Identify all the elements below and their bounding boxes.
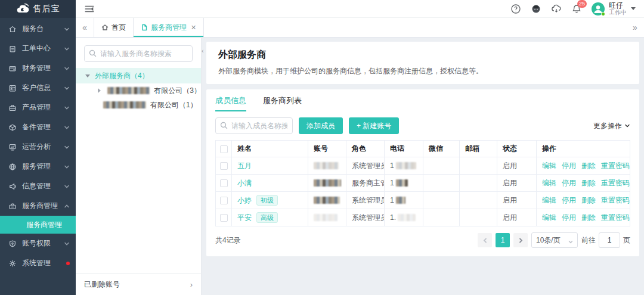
add-member-button[interactable]: 添加成员 bbox=[299, 117, 343, 134]
reset-password-link[interactable]: 重置密码 bbox=[601, 196, 630, 204]
tabbar-spacer bbox=[204, 18, 626, 37]
collapse-sidebar-icon[interactable] bbox=[84, 4, 95, 14]
disable-link[interactable]: 停用 bbox=[562, 196, 576, 204]
edit-link[interactable]: 编辑 bbox=[542, 213, 556, 222]
page-tabbar: « 首页 服务商管理 ✕ » bbox=[76, 18, 644, 38]
support-agent-icon[interactable] bbox=[531, 4, 541, 14]
sidebar-item-service-desk[interactable]: 服务台 bbox=[0, 19, 76, 39]
sidebar-item-customer[interactable]: 客户信息 bbox=[0, 78, 76, 98]
total-records: 共4记录 bbox=[215, 235, 241, 246]
sidebar-item-work-order[interactable]: 工单中心 bbox=[0, 39, 76, 58]
deleted-accounts-bar[interactable]: 已删除账号 › bbox=[76, 274, 201, 295]
tree-node-external-providers[interactable]: 外部服务商（4） bbox=[76, 68, 201, 83]
reset-password-link[interactable]: 重置密码 bbox=[601, 162, 630, 170]
level-tag: 初级 bbox=[256, 195, 278, 206]
pagination: 1 10条/页 前往 页 bbox=[478, 232, 630, 248]
system-gear-icon bbox=[8, 259, 17, 268]
scroll-tabs-left-icon[interactable]: « bbox=[76, 18, 94, 37]
chevron-down-icon bbox=[64, 144, 70, 150]
table-row: 小满 服务商主管 1 启用 编辑停用删除重置密码 bbox=[216, 175, 630, 192]
sidebar-item-product[interactable]: 产品管理 bbox=[0, 98, 76, 117]
member-name-link[interactable]: 小婷 bbox=[237, 196, 252, 204]
cloud-sync-icon[interactable] bbox=[551, 4, 562, 14]
reset-password-link[interactable]: 重置密码 bbox=[601, 213, 630, 222]
analytics-icon bbox=[8, 143, 17, 151]
sidebar-item-system[interactable]: 系统管理 bbox=[0, 253, 76, 273]
edit-link[interactable]: 编辑 bbox=[542, 162, 556, 170]
chevron-down-icon bbox=[64, 66, 70, 72]
sidebar-item-message[interactable]: 信息管理 bbox=[0, 176, 76, 196]
finance-icon bbox=[8, 64, 17, 73]
user-menu[interactable]: 旺仔 工作中 bbox=[592, 2, 636, 15]
expand-caret-icon[interactable] bbox=[85, 74, 90, 80]
new-account-button[interactable]: + 新建账号 bbox=[349, 117, 399, 134]
row-checkbox[interactable] bbox=[220, 162, 228, 170]
chevron-right-icon bbox=[518, 238, 524, 243]
provider-search-input[interactable] bbox=[84, 45, 193, 62]
disable-link[interactable]: 停用 bbox=[562, 162, 576, 170]
permission-shield-icon bbox=[8, 240, 17, 248]
more-operations-dropdown[interactable]: 更多操作 bbox=[593, 121, 630, 131]
member-search bbox=[215, 117, 293, 134]
sidebar-item-permission[interactable]: 账号权限 bbox=[0, 234, 76, 253]
delete-link[interactable]: 删除 bbox=[581, 196, 596, 204]
service-icon bbox=[8, 163, 17, 171]
chevron-left-icon bbox=[482, 238, 488, 243]
online-status-dot bbox=[601, 12, 605, 16]
tree-node-company-2[interactable]: 有限公司（1） bbox=[76, 98, 201, 112]
sidebar-subitem-provider-mgmt-active[interactable]: 服务商管理 bbox=[0, 216, 76, 234]
home-icon bbox=[8, 25, 17, 33]
collapse-caret-icon[interactable] bbox=[98, 88, 103, 93]
provider-tree-panel: 外部服务商（4） 有限公司（3） 有限公司（1） 已删除账号 › bbox=[76, 38, 202, 295]
main-content: ‹ 外部服务商 外部服务商模块，用于维护公司的服务商信息，包括服务商注册信息，授… bbox=[202, 38, 644, 295]
sidebar-item-service-mgmt[interactable]: 服务管理 bbox=[0, 157, 76, 176]
chevron-down-icon bbox=[568, 238, 573, 243]
member-email bbox=[460, 192, 497, 209]
sidebar-item-provider[interactable]: 服务商管理 bbox=[0, 196, 76, 216]
sidebar-menu: 服务台 工单中心 财务管理 客户信息 产品管理 备件管理 bbox=[0, 18, 76, 273]
tab-member-info[interactable]: 成员信息 bbox=[215, 89, 246, 111]
close-tab-icon[interactable]: ✕ bbox=[191, 24, 196, 32]
chevron-down-icon bbox=[64, 125, 70, 131]
collapse-tree-handle[interactable]: ‹ bbox=[202, 48, 206, 54]
disable-link[interactable]: 停用 bbox=[562, 213, 576, 222]
reset-password-link[interactable]: 重置密码 bbox=[601, 179, 630, 187]
provider-search bbox=[84, 45, 193, 62]
scroll-tabs-right-icon[interactable]: » bbox=[626, 18, 644, 37]
chevron-up-icon bbox=[64, 203, 70, 209]
help-icon[interactable] bbox=[510, 4, 521, 14]
chevron-down-icon bbox=[64, 164, 70, 170]
redacted-company-name bbox=[103, 101, 146, 108]
delete-link[interactable]: 删除 bbox=[581, 179, 596, 187]
sidebar-item-spare-parts[interactable]: 备件管理 bbox=[0, 117, 76, 137]
member-name-link[interactable]: 五月 bbox=[237, 162, 252, 170]
delete-link[interactable]: 删除 bbox=[581, 213, 596, 222]
user-name: 旺仔 bbox=[609, 2, 627, 9]
sidebar-item-analytics[interactable]: 运营分析 bbox=[0, 137, 76, 157]
edit-link[interactable]: 编辑 bbox=[542, 179, 556, 187]
row-checkbox[interactable] bbox=[220, 197, 228, 204]
bell-icon[interactable]: 25 bbox=[571, 4, 582, 14]
goto-page-input[interactable] bbox=[599, 232, 620, 248]
page-number-1[interactable]: 1 bbox=[496, 233, 510, 247]
member-name-link[interactable]: 小满 bbox=[237, 179, 252, 187]
tree-node-company-1[interactable]: 有限公司（3） bbox=[76, 83, 201, 98]
delete-link[interactable]: 删除 bbox=[581, 162, 596, 170]
members-toolbar: 添加成员 + 新建账号 更多操作 bbox=[215, 117, 630, 134]
row-actions: 编辑停用删除重置密码 bbox=[537, 192, 630, 209]
member-name-link[interactable]: 平安 bbox=[237, 213, 252, 222]
disable-link[interactable]: 停用 bbox=[562, 179, 576, 187]
tab-provider-mgmt[interactable]: 服务商管理 ✕ bbox=[134, 18, 204, 37]
page-size-select[interactable]: 10条/页 bbox=[531, 232, 578, 248]
col-header-account: 账号 bbox=[308, 141, 346, 157]
select-all-checkbox[interactable] bbox=[220, 145, 228, 153]
edit-link[interactable]: 编辑 bbox=[542, 196, 556, 204]
prev-page-button[interactable] bbox=[478, 233, 492, 247]
member-wechat bbox=[423, 192, 460, 209]
sidebar-item-finance[interactable]: 财务管理 bbox=[0, 58, 76, 78]
tab-home[interactable]: 首页 bbox=[94, 18, 134, 37]
next-page-button[interactable] bbox=[513, 233, 528, 247]
tab-provider-list[interactable]: 服务商列表 bbox=[263, 89, 302, 111]
row-checkbox[interactable] bbox=[220, 179, 228, 187]
row-checkbox[interactable] bbox=[220, 214, 228, 222]
